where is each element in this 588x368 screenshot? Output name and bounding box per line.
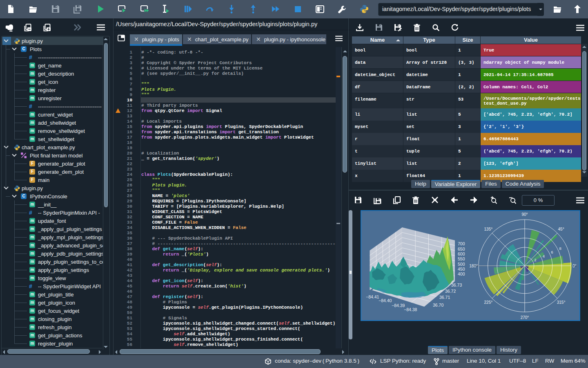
svg-text:550: 550 [458, 256, 465, 261]
svg-text:270°: 270° [521, 315, 529, 320]
svg-text:0°: 0° [572, 264, 577, 268]
svg-text:−84.38: −84.38 [404, 307, 417, 312]
svg-text:2: 2 [534, 258, 536, 262]
svg-text:−84.40: −84.40 [379, 298, 392, 303]
svg-text:4: 4 [543, 254, 545, 258]
svg-text:700: 700 [458, 241, 465, 246]
svg-text:8: 8 [559, 246, 561, 251]
svg-text:315°: 315° [557, 300, 566, 305]
svg-text:36.73: 36.73 [451, 283, 462, 287]
svg-text:600: 600 [458, 251, 465, 256]
svg-text:225°: 225° [484, 300, 493, 305]
svg-text:6: 6 [551, 250, 553, 254]
svg-text:500: 500 [458, 262, 465, 267]
svg-text:650: 650 [458, 247, 465, 251]
svg-text:45°: 45° [558, 227, 564, 231]
svg-text:90°: 90° [521, 212, 528, 217]
svg-text:400: 400 [458, 272, 465, 276]
svg-text:36.71: 36.71 [439, 295, 450, 300]
svg-text:450: 450 [458, 267, 465, 272]
svg-text:−84.39: −84.39 [392, 303, 405, 308]
svg-text:180°: 180° [469, 264, 478, 268]
svg-text:−84.41: −84.41 [366, 294, 379, 299]
svg-text:36.72: 36.72 [445, 289, 456, 294]
svg-text:135°: 135° [484, 227, 493, 231]
svg-text:36.70: 36.70 [433, 303, 443, 307]
